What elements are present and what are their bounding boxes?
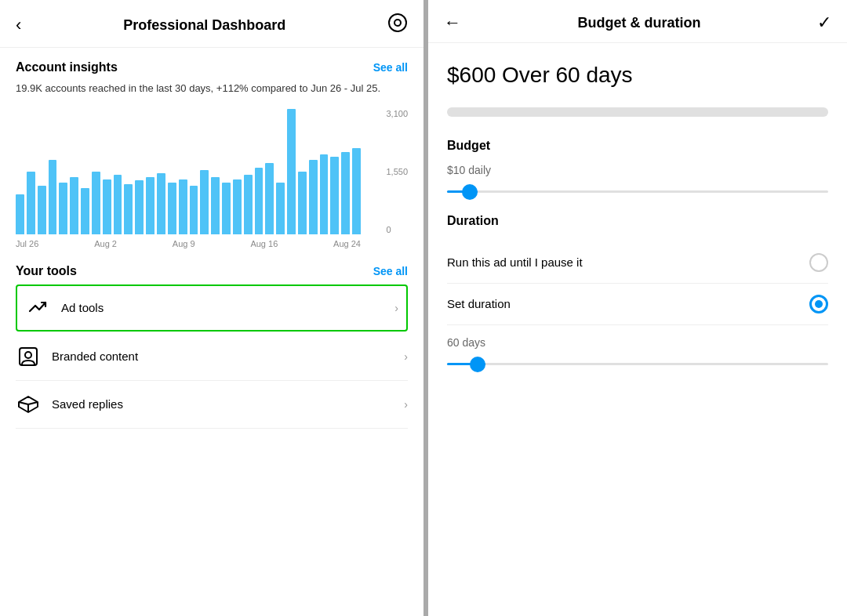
ad-tools-label: Ad tools bbox=[61, 301, 394, 314]
budget-summary: $600 Over 60 days bbox=[447, 62, 828, 89]
ad-tools-icon bbox=[25, 295, 50, 321]
left-panel: ‹ Professional Dashboard Account insight… bbox=[0, 0, 424, 616]
chart-bar bbox=[211, 177, 220, 234]
chart-bar bbox=[244, 175, 253, 234]
chart-x-labels: Jul 26Aug 2Aug 9Aug 16Aug 24 bbox=[16, 239, 361, 248]
chart-bar bbox=[276, 183, 285, 234]
chart-bar bbox=[157, 173, 165, 234]
radio-inner-dot bbox=[815, 300, 823, 308]
chart-bar bbox=[81, 188, 89, 234]
account-insights-description: 19.9K accounts reached in the last 30 da… bbox=[16, 81, 408, 96]
right-back-button[interactable]: ← bbox=[444, 14, 461, 31]
duration-option-pause-radio[interactable] bbox=[809, 253, 828, 272]
chart-bar bbox=[320, 154, 329, 234]
duration-option-set-label: Set duration bbox=[447, 297, 511, 310]
summary-slider-track bbox=[447, 107, 828, 117]
check-button[interactable]: ✓ bbox=[817, 13, 831, 33]
chart-bar bbox=[16, 194, 24, 234]
chart-bar bbox=[233, 179, 242, 234]
branded-content-label: Branded content bbox=[52, 350, 404, 363]
budget-section: Budget $10 daily bbox=[447, 139, 828, 201]
bar-chart bbox=[16, 109, 361, 234]
gear-icon[interactable] bbox=[387, 13, 408, 38]
chart-bar bbox=[255, 168, 264, 234]
account-insights-see-all[interactable]: See all bbox=[373, 61, 408, 74]
chart-bar bbox=[190, 186, 198, 234]
days-label-row: 60 days bbox=[447, 336, 828, 374]
ad-tools-chevron: › bbox=[394, 302, 398, 314]
chart-bar bbox=[309, 160, 318, 234]
saved-replies-label: Saved replies bbox=[52, 397, 404, 411]
duration-option-pause[interactable]: Run this ad until I pause it bbox=[447, 242, 828, 284]
right-panel: ← Budget & duration ✓ $600 Over 60 days … bbox=[424, 0, 847, 616]
chart-bar bbox=[103, 179, 111, 234]
chart-bar bbox=[352, 148, 361, 234]
chart-bar bbox=[222, 183, 231, 234]
svg-point-0 bbox=[389, 14, 406, 31]
chart-x-label: Jul 26 bbox=[16, 239, 38, 248]
account-insights-title: Account insights bbox=[16, 60, 118, 74]
chart-container: 3,100 1,550 0 Jul 26Aug 2Aug 9Aug 16Aug … bbox=[16, 109, 408, 248]
chart-bar bbox=[49, 160, 57, 234]
chart-bar bbox=[179, 179, 187, 234]
chart-bar bbox=[200, 170, 209, 234]
budget-slider-thumb[interactable] bbox=[462, 184, 478, 200]
branded-content-icon bbox=[16, 344, 41, 369]
account-insights-header: Account insights See all bbox=[16, 60, 408, 74]
left-content: Account insights See all 19.9K accounts … bbox=[0, 48, 424, 616]
right-header: ← Budget & duration ✓ bbox=[428, 0, 847, 43]
left-panel-title: Professional Dashboard bbox=[123, 17, 285, 34]
saved-replies-icon bbox=[16, 392, 41, 417]
your-tools-header: Your tools See all bbox=[16, 264, 408, 278]
summary-slider-bar bbox=[447, 107, 828, 117]
duration-slider[interactable] bbox=[447, 355, 828, 374]
chart-x-label: Aug 2 bbox=[94, 239, 117, 248]
chart-bar bbox=[114, 175, 122, 234]
tool-item-saved-replies[interactable]: Saved replies › bbox=[16, 381, 408, 429]
chart-y-labels: 3,100 1,550 0 bbox=[386, 109, 408, 234]
left-header: ‹ Professional Dashboard bbox=[0, 0, 424, 48]
duration-slider-track bbox=[447, 363, 828, 365]
budget-label: Budget bbox=[447, 139, 828, 153]
duration-slider-thumb[interactable] bbox=[470, 357, 485, 372]
chart-x-label: Aug 16 bbox=[250, 239, 278, 248]
duration-option-set[interactable]: Set duration bbox=[447, 284, 828, 325]
chart-x-label: Aug 9 bbox=[173, 239, 195, 248]
tool-item-branded-content[interactable]: Branded content › bbox=[16, 333, 408, 381]
svg-line-7 bbox=[28, 402, 38, 404]
duration-option-set-radio[interactable] bbox=[809, 295, 828, 313]
svg-point-1 bbox=[394, 20, 401, 26]
svg-point-3 bbox=[25, 352, 31, 358]
tool-item-ad-tools[interactable]: Ad tools › bbox=[16, 284, 408, 332]
chart-bar bbox=[298, 172, 307, 234]
chart-bar bbox=[265, 163, 274, 234]
budget-value-label: $10 daily bbox=[447, 164, 828, 176]
budget-slider[interactable] bbox=[447, 183, 828, 201]
chart-bar bbox=[287, 109, 296, 234]
chart-bar bbox=[135, 180, 144, 234]
budget-slider-track bbox=[447, 190, 828, 193]
chart-x-label: Aug 24 bbox=[333, 239, 361, 248]
duration-option-pause-label: Run this ad until I pause it bbox=[447, 255, 583, 269]
your-tools-section: Your tools See all Ad tools › bbox=[16, 264, 408, 429]
your-tools-title: Your tools bbox=[16, 264, 77, 278]
right-content: $600 Over 60 days Budget $10 daily Durat… bbox=[428, 43, 847, 616]
chart-bar bbox=[124, 184, 133, 234]
chart-bar bbox=[27, 172, 35, 234]
svg-line-6 bbox=[19, 402, 28, 404]
chart-bar bbox=[146, 177, 154, 234]
chart-bar bbox=[168, 183, 176, 234]
duration-label: Duration bbox=[447, 214, 828, 228]
duration-section: Duration Run this ad until I pause it Se… bbox=[447, 214, 828, 374]
your-tools-see-all[interactable]: See all bbox=[373, 265, 408, 277]
saved-replies-chevron: › bbox=[404, 398, 408, 411]
days-value-label: 60 days bbox=[447, 336, 828, 349]
chart-bar bbox=[92, 172, 100, 234]
branded-content-chevron: › bbox=[404, 350, 408, 363]
chart-bar bbox=[330, 157, 339, 234]
right-panel-title: Budget & duration bbox=[578, 15, 701, 31]
chart-bar bbox=[70, 177, 78, 234]
chart-bar bbox=[341, 152, 350, 234]
back-button[interactable]: ‹ bbox=[16, 16, 21, 34]
chart-bar bbox=[38, 186, 46, 234]
